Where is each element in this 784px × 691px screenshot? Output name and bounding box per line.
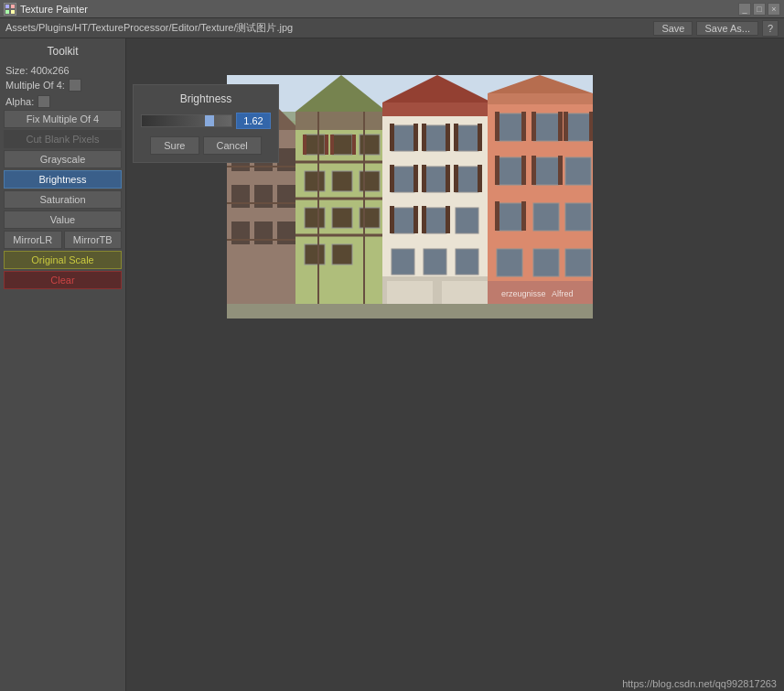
brightness-panel: Brightness 1.62 Sure Cancel [133,84,279,163]
clear-button[interactable]: Clear [4,271,122,289]
status-bar: https://blog.csdn.net/qq992817263 [615,676,784,691]
mirror-tb-button[interactable]: MirrorTB [64,231,123,249]
path-bar: Assets/Plugins/HT/TextureProcessor/Edito… [0,18,784,38]
file-path: Assets/Plugins/HT/TextureProcessor/Edito… [5,21,293,35]
svg-rect-111 [227,75,593,319]
title-bar: Texture Painter _ □ × [0,0,784,18]
svg-rect-2 [11,5,15,8]
toolkit-title: Toolkit [4,42,122,60]
brightness-action-buttons: Sure Cancel [141,136,271,155]
main-content: Toolkit Size: 400x266 Multiple Of 4: Alp… [0,38,784,691]
save-button[interactable]: Save [653,21,693,36]
path-bar-actions: Save Save As... ? [653,20,779,37]
title-bar-left: Texture Painter [4,3,88,16]
multiple-of-row: Multiple Of 4: [4,77,122,93]
brightness-title: Brightness [141,92,271,105]
app-icon [4,3,16,16]
multiple-of-checkbox[interactable] [69,79,81,92]
help-button[interactable]: ? [762,20,779,37]
svg-rect-4 [11,10,15,14]
original-scale-button[interactable]: Original Scale [4,251,122,269]
app-window: Texture Painter _ □ × Assets/Plugins/HT/… [0,0,784,691]
maximize-button[interactable]: □ [753,3,766,16]
brightness-button[interactable]: Brightness [4,170,122,189]
building-image: erzeugnisse Alfred [227,75,593,319]
size-info: Size: 400x266 [4,64,122,77]
saturation-button[interactable]: Saturation [4,190,122,209]
alpha-row: Alpha: [4,93,122,110]
toolkit-sidebar: Toolkit Size: 400x266 Multiple Of 4: Alp… [0,38,126,691]
brightness-controls: 1.62 [141,113,271,129]
window-title: Texture Painter [20,4,88,15]
svg-rect-1 [5,5,9,8]
fix-multiple-button[interactable]: Fix Multiple Of 4 [4,110,122,128]
alpha-checkbox[interactable] [38,95,50,108]
title-controls: _ □ × [738,3,780,16]
image-display: erzeugnisse Alfred [227,75,593,319]
brightness-slider[interactable] [141,114,232,127]
mirror-lr-button[interactable]: MirrorLR [4,231,62,249]
grayscale-button[interactable]: Grayscale [4,150,122,168]
slider-thumb[interactable] [205,115,214,126]
minimize-button[interactable]: _ [738,3,751,16]
mirror-row: MirrorLR MirrorTB [4,231,122,249]
close-button[interactable]: × [768,3,780,16]
brightness-cancel-button[interactable]: Cancel [203,136,262,155]
status-url: https://blog.csdn.net/qq992817263 [622,678,777,689]
cut-blank-button: Cut Blank Pixels [4,130,122,148]
multiple-of-label: Multiple Of 4: [5,80,65,91]
alpha-label: Alpha: [5,96,34,107]
slider-track [142,115,231,126]
brightness-value[interactable]: 1.62 [236,113,271,129]
svg-rect-3 [5,10,9,14]
save-as-button[interactable]: Save As... [696,21,758,36]
value-button[interactable]: Value [4,211,122,229]
brightness-sure-button[interactable]: Sure [150,136,199,155]
